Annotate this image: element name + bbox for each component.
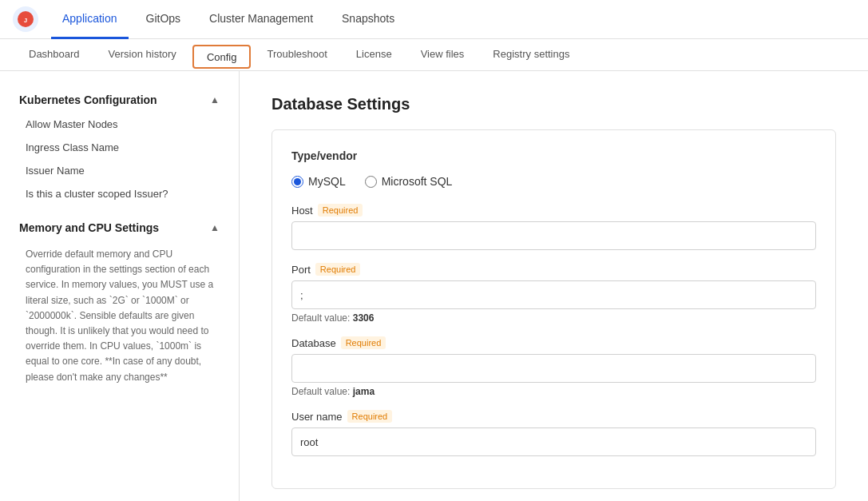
tab-view-files[interactable]: View files	[408, 39, 478, 71]
app-logo: J	[13, 6, 38, 32]
host-field-label: Host Required	[291, 204, 816, 217]
chevron-up-icon: ▲	[210, 94, 220, 105]
tab-registry-settings[interactable]: Registry settings	[480, 39, 582, 71]
tab-dashboard[interactable]: Dashboard	[16, 39, 93, 71]
sidebar-item-ingress-class-name[interactable]: Ingress Class Name	[0, 136, 239, 159]
type-vendor-label: Type/vendor	[291, 149, 816, 162]
nav-cluster-management[interactable]: Cluster Management	[198, 0, 324, 39]
sidebar-item-issuer-name[interactable]: Issuer Name	[0, 159, 239, 182]
database-required-badge: Required	[341, 336, 386, 349]
database-default-bold: jama	[353, 386, 375, 397]
username-required-badge: Required	[347, 410, 393, 423]
sub-nav: Dashboard Version history Config Trouble…	[0, 39, 868, 71]
database-field-label: Database Required	[291, 336, 816, 349]
database-input[interactable]	[291, 354, 816, 383]
main-layout: Kubernetes Configuration ▲ Allow Master …	[0, 71, 868, 501]
port-field-row: Port Required Default value: 3306	[291, 263, 816, 324]
nav-application[interactable]: Application	[51, 0, 129, 39]
nav-gitops[interactable]: GitOps	[135, 0, 192, 39]
mysql-label: MySQL	[308, 175, 346, 188]
sidebar-memory-cpu-description: Override default memory and CPU configur…	[0, 241, 239, 392]
tab-troubleshoot[interactable]: Troubleshoot	[254, 39, 339, 71]
sidebar-item-cluster-scoped-issuer[interactable]: Is this a cluster scoped Issuer?	[0, 182, 239, 205]
tab-license[interactable]: License	[343, 39, 405, 71]
host-field-row: Host Required	[291, 204, 816, 250]
sidebar-section-memory-cpu-label: Memory and CPU Settings	[19, 221, 159, 234]
port-default-bold: 3306	[353, 312, 375, 324]
database-settings-card: Type/vendor MySQL Microsoft SQL Host Req…	[271, 129, 836, 489]
mssql-radio[interactable]	[365, 176, 377, 188]
sidebar-section-memory-cpu[interactable]: Memory and CPU Settings ▲	[0, 215, 239, 241]
tab-config[interactable]: Config	[192, 45, 252, 69]
database-field-row: Database Required Default value: jama	[291, 336, 816, 397]
top-nav: J Application GitOps Cluster Management …	[0, 0, 868, 39]
mssql-label: Microsoft SQL	[382, 175, 453, 188]
nav-snapshots[interactable]: Snapshots	[331, 0, 406, 39]
page-title: Database Settings	[271, 95, 836, 113]
host-required-badge: Required	[318, 204, 363, 217]
username-field-label: User name Required	[291, 410, 816, 423]
username-input[interactable]	[291, 427, 816, 456]
port-field-label: Port Required	[291, 263, 816, 276]
username-field-row: User name Required	[291, 410, 816, 456]
svg-text:J: J	[24, 17, 27, 24]
database-default-value: Default value: jama	[291, 386, 816, 397]
port-default-value: Default value: 3306	[291, 312, 816, 324]
sidebar-item-allow-master-nodes[interactable]: Allow Master Nodes	[0, 113, 239, 136]
database-type-radio-group: MySQL Microsoft SQL	[291, 175, 816, 188]
port-input[interactable]	[291, 280, 816, 309]
port-required-badge: Required	[315, 263, 361, 276]
mssql-radio-option[interactable]: Microsoft SQL	[365, 175, 453, 188]
mysql-radio-option[interactable]: MySQL	[291, 175, 346, 188]
host-input[interactable]	[291, 221, 816, 250]
chevron-up-icon-2: ▲	[210, 222, 220, 233]
tab-version-history[interactable]: Version history	[96, 39, 189, 71]
sidebar: Kubernetes Configuration ▲ Allow Master …	[0, 71, 240, 501]
sidebar-section-kubernetes[interactable]: Kubernetes Configuration ▲	[0, 87, 239, 113]
sidebar-section-kubernetes-label: Kubernetes Configuration	[19, 93, 157, 106]
main-content: Database Settings Type/vendor MySQL Micr…	[240, 71, 868, 501]
mysql-radio[interactable]	[291, 176, 303, 188]
